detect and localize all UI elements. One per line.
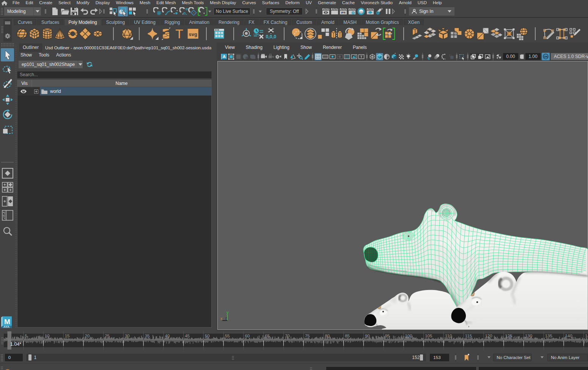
poly-plane-icon[interactable] bbox=[79, 27, 91, 40]
undo-icon[interactable] bbox=[80, 7, 89, 16]
annotate-pencil-icon[interactable] bbox=[303, 53, 311, 60]
menu-item[interactable]: Modify bbox=[74, 0, 93, 5]
frame-all-icon-disabled[interactable] bbox=[235, 53, 242, 60]
outliner-menu-item[interactable]: Tools bbox=[35, 52, 53, 58]
poly-cylinder-icon[interactable] bbox=[41, 27, 53, 40]
menu-item[interactable]: UV bbox=[303, 0, 315, 5]
unwrap-cube-icon[interactable] bbox=[437, 27, 450, 40]
statusbar-grip[interactable] bbox=[1, 7, 3, 16]
snap-point-icon[interactable] bbox=[171, 7, 179, 16]
viewport-3d-canvas[interactable]: yxz bbox=[217, 61, 588, 330]
anim-end-field[interactable]: 153 bbox=[430, 354, 449, 361]
menu-item[interactable]: Help bbox=[430, 0, 445, 5]
shelf-tab[interactable]: Arnold bbox=[317, 19, 339, 25]
drag-grip[interactable] bbox=[1, 354, 3, 361]
live-surface-field[interactable]: No Live Surface bbox=[214, 8, 250, 15]
viewport-menu-item[interactable]: Panels bbox=[347, 44, 372, 51]
make-live-icon[interactable] bbox=[188, 7, 197, 16]
scale-tool[interactable] bbox=[1, 122, 14, 135]
layout-two-pane[interactable] bbox=[1, 194, 14, 208]
ipr-render-icon[interactable]: IPR bbox=[340, 8, 347, 15]
menuset-dropdown[interactable]: Modeling bbox=[4, 7, 41, 16]
shelf-tab[interactable]: Rendering bbox=[214, 19, 244, 25]
expand-icon[interactable] bbox=[34, 89, 38, 94]
menu-item[interactable]: Create bbox=[36, 0, 55, 5]
sweep-mesh-icon[interactable] bbox=[213, 27, 225, 40]
snap-dropdown-icon[interactable] bbox=[208, 11, 211, 13]
sign-in-dropdown[interactable]: Sign In bbox=[409, 7, 454, 16]
film-gate-icon[interactable] bbox=[322, 53, 329, 60]
outliner-tab[interactable]: Outliner bbox=[19, 44, 42, 52]
exposure-field[interactable]: 0.00 bbox=[503, 53, 518, 60]
refresh-icon[interactable] bbox=[86, 61, 93, 68]
shelf-tab[interactable]: UV Editing bbox=[130, 19, 160, 25]
svg-tool-icon[interactable]: svg bbox=[186, 27, 200, 40]
snap-grid-icon[interactable] bbox=[153, 7, 162, 16]
menu-item[interactable]: Mesh bbox=[137, 0, 153, 5]
wireframe-mode-icon[interactable] bbox=[369, 53, 376, 60]
xray-joints-icon[interactable] bbox=[477, 53, 484, 60]
ssao-icon[interactable] bbox=[426, 53, 433, 60]
shelf-tab[interactable]: FX bbox=[244, 19, 258, 25]
anim-layer-dropdown-icon[interactable] bbox=[541, 356, 544, 358]
shelf-tab[interactable]: MASH bbox=[339, 19, 361, 25]
depth-peeling-icon-disabled[interactable] bbox=[448, 53, 455, 60]
maya-logo[interactable]: M AYA bbox=[1, 316, 12, 328]
menu-item[interactable]: File bbox=[9, 0, 23, 5]
two-sided-lighting-icon[interactable] bbox=[289, 53, 296, 60]
drag-grip[interactable] bbox=[1, 337, 3, 345]
super-shape-icon[interactable] bbox=[146, 27, 159, 40]
textured-shaded-icon[interactable] bbox=[390, 53, 398, 60]
range-start-handle[interactable] bbox=[28, 354, 31, 361]
menu-item[interactable]: Display bbox=[93, 0, 113, 5]
section-collapse-icon[interactable] bbox=[392, 8, 395, 14]
shelf-tab[interactable]: XGen bbox=[404, 19, 424, 25]
render-settings-icon[interactable] bbox=[348, 8, 356, 15]
layout-single-pane[interactable] bbox=[1, 166, 14, 180]
layout-four-pane[interactable] bbox=[1, 180, 14, 194]
center-pivot-icon[interactable] bbox=[240, 27, 253, 40]
render-frame-icon[interactable] bbox=[331, 8, 338, 15]
visibility-eye-icon[interactable] bbox=[20, 89, 27, 93]
outliner-menu-item[interactable]: Show bbox=[17, 52, 35, 58]
anti-aliasing-icon[interactable] bbox=[440, 53, 448, 60]
menu-item[interactable]: Mesh Display bbox=[207, 0, 239, 5]
viewport-menu-item[interactable]: Shading bbox=[240, 44, 268, 51]
spherize-icon[interactable] bbox=[516, 27, 529, 40]
viewport-menu-item[interactable]: View bbox=[220, 44, 241, 51]
live-surface-brackets-icon[interactable] bbox=[198, 7, 208, 16]
camera-icon[interactable] bbox=[260, 53, 267, 60]
shelf-tab[interactable]: Surfaces bbox=[37, 19, 63, 25]
freeze-transform-icon[interactable]: 0,0,0 bbox=[265, 27, 277, 40]
shelf-tab[interactable]: FX Caching bbox=[259, 19, 292, 25]
sculpt-pencil-icon[interactable] bbox=[569, 27, 582, 40]
anim-layer-field[interactable]: No Anim Layer bbox=[547, 354, 588, 361]
drag-grip[interactable] bbox=[1, 366, 3, 370]
bookmark-icon[interactable] bbox=[282, 53, 289, 60]
pan-zoom-icon[interactable] bbox=[296, 53, 303, 60]
snap-curve-icon[interactable] bbox=[162, 7, 170, 16]
gamma-field[interactable]: 1.00 bbox=[525, 53, 541, 60]
column-header-name[interactable]: Name bbox=[32, 80, 211, 87]
poly-cube-icon[interactable] bbox=[28, 27, 41, 40]
poly-torus-icon[interactable] bbox=[66, 27, 79, 40]
type-tool-icon[interactable]: T bbox=[173, 27, 186, 40]
menu-item[interactable]: Voronezh Studio bbox=[358, 0, 396, 5]
separate-icon[interactable] bbox=[317, 27, 330, 40]
column-header-vis[interactable]: Vis bbox=[17, 80, 32, 87]
new-scene-icon[interactable] bbox=[51, 7, 59, 16]
menu-item[interactable]: Generate bbox=[315, 0, 339, 5]
multi-cut-icon[interactable] bbox=[450, 27, 463, 40]
range-center-grip[interactable] bbox=[232, 355, 234, 360]
helix-icon[interactable] bbox=[159, 27, 173, 40]
character-set-field[interactable]: No Character Set bbox=[493, 354, 531, 361]
menu-item[interactable]: Mesh Tools bbox=[179, 0, 207, 5]
platonic-solid-icon[interactable] bbox=[121, 27, 133, 40]
menu-item[interactable]: USD bbox=[415, 0, 430, 5]
colorspace-field[interactable]: ACES 1.0 SDR-video bbox=[551, 53, 588, 60]
grid-toggle-icon[interactable] bbox=[314, 53, 322, 60]
symmetry-field[interactable]: Symmetry: Off bbox=[266, 8, 303, 15]
shape-dropdown[interactable]: ep101_sq01_sh002Shape bbox=[19, 61, 83, 68]
zoom-tool[interactable] bbox=[1, 224, 14, 238]
menu-item[interactable]: Select bbox=[55, 0, 74, 5]
